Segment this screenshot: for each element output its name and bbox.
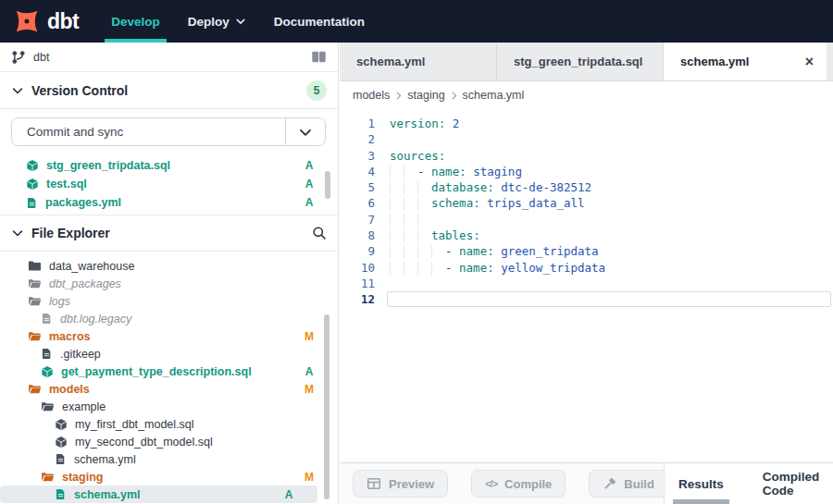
chevron-down-icon (298, 125, 313, 140)
code-line: 5 database: dtc-de-382512 (340, 179, 833, 195)
tree-item-data-warehouse[interactable]: data_warehouse (0, 257, 338, 275)
nav-item-label: Documentation (274, 15, 365, 29)
tab-schema-yml-1[interactable]: schema.yml (340, 43, 497, 80)
code-line-content[interactable] (375, 131, 833, 147)
tab-label: schema.yml (680, 55, 749, 68)
git-status-added: A (303, 178, 316, 191)
git-status-modified: M (303, 330, 316, 343)
folder-open-icon (28, 329, 42, 343)
code-line-content[interactable]: database: dtc-de-382512 (375, 179, 833, 195)
button-label: Preview (389, 477, 434, 491)
model-cube-icon (55, 436, 68, 449)
folder-open-icon (41, 400, 55, 413)
active-line-cursor[interactable] (387, 291, 831, 307)
tree-item-models[interactable]: models M (0, 380, 338, 398)
file-explorer-title[interactable]: File Explorer (31, 226, 305, 240)
code-line-content[interactable]: - name: green_tripdata (375, 243, 833, 259)
commit-options-caret[interactable] (285, 118, 325, 145)
file-name: example (62, 400, 338, 413)
tree-item-macros[interactable]: macros M (0, 327, 338, 345)
folder-icon (28, 259, 42, 273)
code-line-content[interactable]: - name: staging (375, 164, 833, 179)
dbt-logo[interactable]: dbt (0, 0, 97, 43)
dbt-logo-icon (13, 7, 41, 35)
code-text (445, 117, 453, 130)
changed-file-row[interactable]: packages.yml A (0, 193, 338, 212)
line-number: 3 (340, 148, 375, 164)
commit-and-sync-button[interactable]: Commit and sync (11, 117, 326, 146)
folder-open-icon (28, 277, 42, 290)
yaml-value: trips_data_all (487, 196, 584, 210)
file-icon (26, 197, 38, 209)
search-icon[interactable] (312, 226, 327, 240)
tree-item-logs[interactable]: logs (0, 292, 338, 310)
file-tree-scrollbar[interactable] (324, 314, 329, 499)
nav-item-deploy[interactable]: Deploy (174, 0, 260, 43)
git-status-added: A (303, 159, 316, 172)
tab-label: Compiled Code (763, 470, 820, 498)
changed-file-row[interactable]: test.sql A (0, 175, 338, 193)
chevron-right-icon (449, 91, 459, 101)
file-name: dbt_packages (49, 277, 338, 290)
code-line-content[interactable]: schema: trips_data_all (375, 195, 833, 211)
chevron-down-icon[interactable] (11, 84, 24, 97)
yaml-key: tables: (431, 228, 480, 242)
brand-name: dbt (47, 9, 79, 34)
folder-open-icon (41, 470, 55, 484)
git-status-added: A (303, 365, 316, 378)
yaml-key: name: (459, 244, 494, 258)
nav-item-develop[interactable]: Develop (97, 0, 174, 43)
code-line-content[interactable]: - name: yellow_tripdata (375, 260, 833, 276)
tab-compiled-code[interactable]: Compiled Code (750, 463, 833, 504)
nav-item-documentation[interactable]: Documentation (260, 0, 379, 43)
code-line-content[interactable]: sources: (375, 148, 833, 164)
breadcrumb-models: models (353, 89, 390, 102)
tree-item-gitkeep[interactable]: .gitkeep (0, 345, 338, 363)
compile-button[interactable]: </> Compile (471, 470, 566, 498)
tree-item-get-payment-type-description[interactable]: get_payment_type_description.sql A (0, 363, 338, 380)
tree-item-my-first-dbt-model[interactable]: my_first_dbt_model.sql (0, 415, 338, 433)
yaml-key: schema: (431, 196, 480, 210)
tree-item-my-second-dbt-model[interactable]: my_second_dbt_model.sql (0, 433, 338, 450)
git-status-modified: M (303, 383, 316, 396)
editor-tab-bar: schema.yml stg_green_tripdata.sql schema… (340, 43, 833, 81)
close-icon[interactable]: × (805, 55, 814, 69)
action-buttons: Preview </> Compile Build (340, 463, 665, 504)
yaml-key: database: (431, 180, 494, 194)
code-line-content[interactable]: version: 2 (375, 116, 833, 131)
code-line-content[interactable] (375, 212, 833, 227)
tree-item-dbt-log-legacy[interactable]: dbt.log.legacy (0, 310, 338, 327)
line-number: 12 (340, 291, 375, 307)
file-name: stg_green_tripdata.sql (46, 159, 303, 172)
changed-file-row[interactable]: stg_green_tripdata.sql A (0, 156, 338, 175)
yaml-value: dtc-de-382512 (501, 180, 591, 194)
chevron-right-icon (393, 91, 404, 101)
code-line: 2 (340, 131, 833, 147)
preview-button[interactable]: Preview (353, 470, 448, 498)
folder-open-icon (28, 294, 42, 308)
tree-item-staging-schema-selected[interactable]: schema.yml A (0, 486, 317, 503)
tab-stg-green-tripdata[interactable]: stg_green_tripdata.sql (497, 43, 664, 80)
line-number: 8 (340, 227, 375, 243)
tree-item-example-schema[interactable]: schema.yml (0, 450, 338, 468)
chevron-down-icon[interactable] (11, 227, 24, 240)
code-line-content[interactable] (375, 276, 833, 291)
line-number: 2 (340, 131, 375, 147)
yaml-value: 2 (453, 117, 460, 130)
code-line-content[interactable]: tables: (375, 227, 833, 243)
file-name: my_first_dbt_model.sql (75, 418, 338, 431)
file-name: get_payment_type_description.sql (61, 365, 303, 378)
file-name: .gitkeep (60, 348, 338, 361)
tab-results[interactable]: Results (665, 463, 737, 504)
code-editor[interactable]: 1 version: 2 2 3 sources: 4 - name: stag… (340, 109, 833, 462)
tree-item-dbt-packages[interactable]: dbt_packages (0, 275, 338, 292)
version-control-title[interactable]: Version Control (31, 83, 299, 98)
branch-name[interactable]: dbt (33, 51, 304, 64)
changes-scrollbar[interactable] (325, 171, 330, 199)
tree-item-staging[interactable]: staging M (0, 468, 338, 486)
tree-item-example[interactable]: example (0, 398, 338, 415)
docs-book-icon[interactable] (311, 49, 327, 65)
branch-bar: dbt (0, 43, 338, 72)
yaml-value: staging (473, 165, 522, 178)
tab-schema-yml-active[interactable]: schema.yml × (664, 43, 827, 80)
